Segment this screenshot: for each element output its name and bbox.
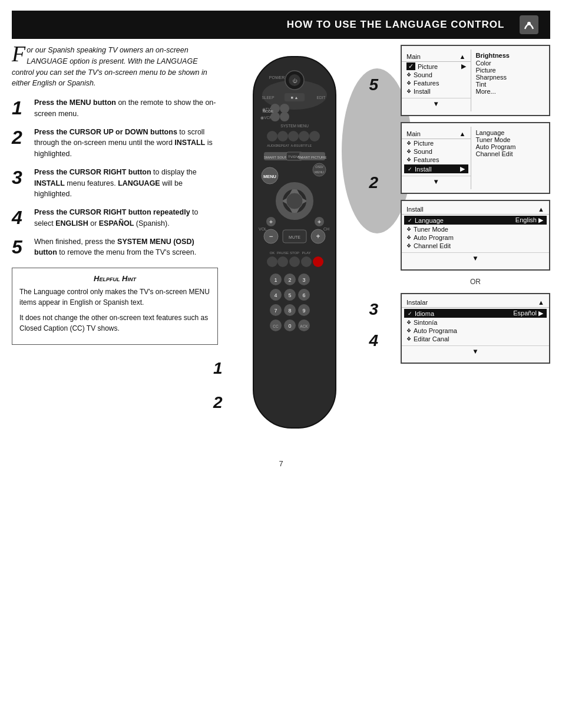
menu4-title: Instalar [406,299,428,306]
step-2-text: Press the CURSOR UP or DOWN buttons to s… [34,127,218,160]
page-number: 7 [0,459,562,468]
step-badge-1: 1 [213,359,223,378]
svg-point-21 [288,131,299,141]
step-3-number: 3 [12,168,29,187]
or-label: OR [401,278,550,286]
svg-point-19 [267,131,277,141]
step-1-text: Press the MENU button on the remote to s… [34,97,218,120]
svg-text:PLAY: PLAY [302,251,311,255]
svg-text:4: 4 [274,292,277,298]
svg-text:PAUSE: PAUSE [277,251,289,255]
svg-point-20 [277,131,288,141]
steps-list: 1 Press the MENU button on the remote to… [12,97,218,258]
menu1-sub5: Tint [476,81,545,88]
hint-box: Helpful Hint The Language control only m… [12,268,218,345]
svg-text:SMART PICTURE: SMART PICTURE [298,156,327,159]
remote-control: ⏻ POWER SLEEP ■ ▲ EDIT ◉TV ◉VCR MODE SYS… [224,45,365,446]
svg-text:5: 5 [288,292,291,298]
step-badge-5: 5 [369,75,378,94]
step-2-number: 2 [12,128,29,147]
menu2-row1-label: Picture [414,140,434,147]
svg-point-22 [299,131,309,141]
menu3-row4-label: Channel Edit [414,242,451,249]
menu-box-3: Install ▲ ✓ Language English ▶ ❖ Tuner M… [401,200,550,271]
step-4: 4 Press the CURSOR RIGHT button repeated… [12,207,218,229]
menu2-title: Main [406,130,421,137]
menu3-arrow-up: ▲ [538,206,544,213]
svg-text:SLEEP: SLEEP [262,95,275,100]
step-badge-3: 3 [369,300,378,319]
menu1-sub4: Sharpness [476,74,545,81]
svg-text:A-B: A-B [290,144,296,147]
step-badge-4: 4 [369,331,378,350]
menu2-sub3: Auto Program [476,143,545,150]
svg-text:8: 8 [288,308,291,314]
header-icon [520,15,538,34]
svg-text:6: 6 [302,292,305,298]
svg-text:MENU: MENU [315,170,324,174]
menu1-sub1: Brightness [476,52,545,59]
menu1-row4-label: Install [414,88,431,95]
hint-title: Helpful Hint [19,274,210,283]
right-column: Main ▲ ✓ Picture ▶ ❖ Sound ❖ Features [395,45,550,447]
svg-point-15 [270,112,280,121]
svg-text:7: 7 [274,308,277,314]
svg-text:+: + [269,218,273,225]
menu1-row2-label: Sound [414,71,432,78]
step-4-text: Press the CURSOR RIGHT button repeatedly… [34,207,218,229]
svg-text:POWER: POWER [269,75,285,80]
svg-text:OSD/: OSD/ [315,165,323,169]
step-5-text: When finished, press the SYSTEM MENU (OS… [34,236,218,259]
menu4-row4-label: Editar Canal [414,335,449,342]
menu2-row3-label: Features [414,156,439,163]
menu2-sub4: Channel Edit [476,150,545,157]
menu3-row2-label: Tuner Mode [414,226,448,233]
svg-point-57 [267,256,277,267]
step-1-number: 1 [12,98,29,117]
intro-body: or our Spanish speaking TV owners an on-… [12,46,207,87]
svg-text:SUBTITLE: SUBTITLE [296,144,312,147]
svg-text:+: + [318,218,321,225]
drop-cap: F [12,45,25,62]
svg-text:ACK: ACK [300,324,308,328]
menu3-arrow-down: ▼ [472,255,478,262]
step-5-number: 5 [12,238,29,256]
svg-text:2: 2 [288,277,291,283]
menu4-row2-label: Sintonía [414,319,437,326]
menu3-row3-label: Auto Program [414,234,454,241]
menu4-row3-label: Auto Programa [414,327,457,334]
step-1: 1 Press the MENU button on the remote to… [12,97,218,120]
svg-text:MODE: MODE [263,110,273,113]
svg-text:EDIT: EDIT [317,95,326,100]
page-body: F or our Spanish speaking TV owners an o… [12,39,550,447]
svg-text:3: 3 [302,277,305,283]
menu2-row4-label: Install [415,166,432,173]
hint-paragraph-1: The Language control only makes the TV's… [19,286,210,308]
intro-text: F or our Spanish speaking TV owners an o… [12,45,218,89]
menu3-title: Install [406,206,424,213]
menu1-sub6: More... [476,88,545,95]
svg-text:■ ▲: ■ ▲ [290,95,298,100]
hint-paragraph-2: It does not change the other on-screen t… [19,312,210,334]
menu1-row1-arrow: ▶ [461,62,466,70]
middle-column: 5 2 3 4 1 2 ⏻ POWER SLEEP ■ ▲ ED [224,45,395,447]
step-badge-2-left: 2 [213,393,223,412]
page-title: How to Use the Language Control [272,19,520,31]
menu4-row1-label: Idioma [415,310,434,317]
left-column: F or our Spanish speaking TV owners an o… [12,45,224,447]
svg-text:CC: CC [273,324,279,328]
step-3: 3 Press the CURSOR RIGHT button to displ… [12,167,218,200]
menu1-arrow-up: ▲ [459,53,466,60]
svg-point-0 [527,22,531,25]
menu4-row1-value: Español ▶ [513,309,543,317]
svg-text:9: 9 [302,308,305,314]
svg-text:VOL: VOL [259,227,267,231]
step-4-number: 4 [12,208,29,227]
svg-text:MENU: MENU [263,174,276,179]
menu2-sub2: Tuner Mode [476,136,545,143]
svg-point-61 [313,256,323,267]
svg-text:1: 1 [274,277,277,283]
menu-box-1: Main ▲ ✓ Picture ▶ ❖ Sound ❖ Features [401,45,550,116]
svg-text:REPEAT: REPEAT [276,144,289,147]
svg-point-13 [280,104,289,113]
